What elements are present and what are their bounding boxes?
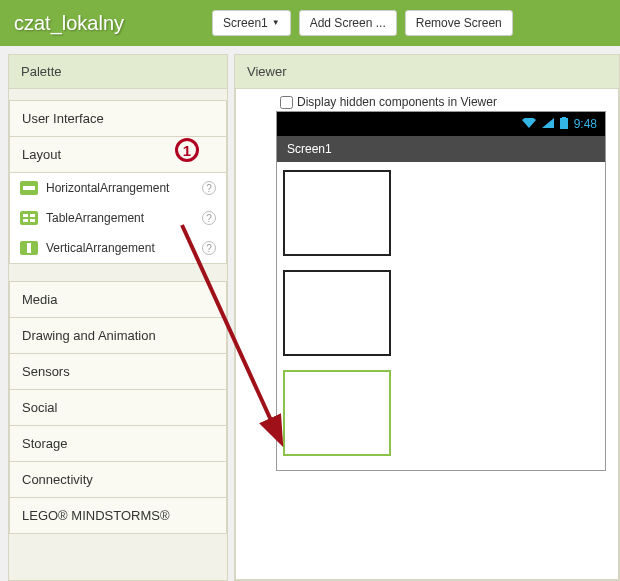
signal-icon — [542, 117, 554, 131]
screen-selector-label: Screen1 — [223, 16, 268, 30]
remove-screen-button[interactable]: Remove Screen — [405, 10, 513, 36]
display-hidden-label: Display hidden components in Viewer — [297, 95, 497, 109]
viewer-panel: Viewer Display hidden components in View… — [234, 54, 620, 581]
canvas-arrangement-2[interactable] — [283, 270, 391, 356]
palette-item-label: VerticalArrangement — [46, 241, 155, 255]
palette-item-vertical-arrangement[interactable]: VerticalArrangement ? — [10, 233, 226, 263]
top-toolbar: czat_lokalny Screen1 ▼ Add Screen ... Re… — [0, 0, 620, 46]
help-icon[interactable]: ? — [202, 211, 216, 225]
help-icon[interactable]: ? — [202, 241, 216, 255]
caret-down-icon: ▼ — [272, 19, 280, 27]
project-title: czat_lokalny — [14, 12, 124, 35]
vertical-arrangement-icon — [20, 241, 38, 255]
viewer-header: Viewer — [235, 55, 619, 89]
phone-title-bar: Screen1 — [277, 136, 605, 162]
horizontal-arrangement-icon — [20, 181, 38, 195]
status-time: 9:48 — [574, 117, 597, 131]
palette-section-layout[interactable]: Layout — [9, 136, 227, 173]
display-hidden-checkbox[interactable] — [280, 96, 293, 109]
palette-section-media[interactable]: Media — [9, 281, 227, 318]
wifi-icon — [522, 117, 536, 131]
phone-status-bar: 9:48 — [277, 112, 605, 136]
viewer-body: Display hidden components in Viewer 9:48… — [235, 89, 619, 580]
palette-item-label: TableArrangement — [46, 211, 144, 225]
screen-selector-dropdown[interactable]: Screen1 ▼ — [212, 10, 291, 36]
add-screen-button[interactable]: Add Screen ... — [299, 10, 397, 36]
battery-icon — [560, 117, 568, 132]
palette-item-table-arrangement[interactable]: TableArrangement ? — [10, 203, 226, 233]
palette-item-horizontal-arrangement[interactable]: HorizontalArrangement ? — [10, 173, 226, 203]
palette-section-social[interactable]: Social — [9, 389, 227, 426]
help-icon[interactable]: ? — [202, 181, 216, 195]
palette-layout-items: HorizontalArrangement ? TableArrangement… — [9, 172, 227, 264]
workspace: Palette User Interface Layout Horizontal… — [0, 46, 620, 581]
palette-section-storage[interactable]: Storage — [9, 425, 227, 462]
svg-rect-0 — [560, 118, 568, 129]
canvas-arrangement-1[interactable] — [283, 170, 391, 256]
table-arrangement-icon — [20, 211, 38, 225]
palette-section-lego[interactable]: LEGO® MINDSTORMS® — [9, 497, 227, 534]
palette-panel: Palette User Interface Layout Horizontal… — [8, 54, 228, 581]
palette-section-sensors[interactable]: Sensors — [9, 353, 227, 390]
palette-section-user-interface[interactable]: User Interface — [9, 100, 227, 137]
palette-section-connectivity[interactable]: Connectivity — [9, 461, 227, 498]
palette-header: Palette — [9, 55, 227, 89]
display-hidden-toggle[interactable]: Display hidden components in Viewer — [280, 95, 618, 109]
palette-item-label: HorizontalArrangement — [46, 181, 169, 195]
phone-preview: 9:48 Screen1 — [276, 111, 606, 471]
svg-rect-1 — [562, 117, 566, 119]
palette-section-drawing[interactable]: Drawing and Animation — [9, 317, 227, 354]
canvas-arrangement-3-selected[interactable] — [283, 370, 391, 456]
screen-canvas[interactable] — [277, 162, 605, 456]
